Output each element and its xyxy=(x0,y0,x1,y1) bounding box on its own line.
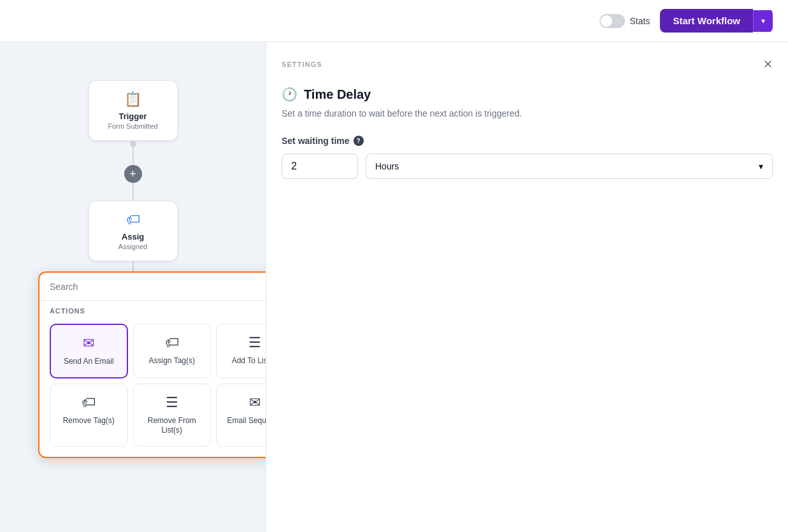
remove-list-label: Remove From List(s) xyxy=(139,416,206,436)
start-workflow-button-group: Start Workflow ▾ xyxy=(660,9,773,32)
add-list-label: Add To List(s) xyxy=(222,356,266,366)
chevron-down-icon: ▾ xyxy=(759,161,763,171)
start-workflow-button[interactable]: Start Workflow xyxy=(660,9,753,32)
connector-line-2 xyxy=(133,183,134,201)
clock-icon: 🕐 xyxy=(282,87,297,102)
waiting-time-label-row: Set waiting time ? xyxy=(282,136,773,146)
trigger-icon: 📋 xyxy=(97,91,169,108)
waiting-number-input[interactable] xyxy=(282,154,358,179)
stats-toggle-group: Stats xyxy=(599,14,650,28)
assign-node[interactable]: 🏷 Assig Assigned xyxy=(89,201,178,261)
trigger-subtitle: Form Submitted xyxy=(97,122,169,130)
action-remove-list[interactable]: ☰ Remove From List(s) xyxy=(133,384,211,447)
waiting-unit-label: Hours xyxy=(375,161,399,171)
settings-description: Set a time duration to wait before the n… xyxy=(282,107,773,120)
settings-panel: SETTINGS ✕ 🕐 Time Delay Set a time durat… xyxy=(266,42,788,532)
actions-section-label: ACTIONS xyxy=(39,301,266,319)
search-input[interactable] xyxy=(50,282,266,292)
actions-popup: 🔍 ACTIONS ✉ Send An Email 🏷 Assign Tag(s… xyxy=(38,271,266,458)
connector-dot-1 xyxy=(130,141,136,147)
trigger-node[interactable]: 📋 Trigger Form Submitted xyxy=(89,80,178,141)
settings-header-label: SETTINGS xyxy=(282,61,322,68)
action-email-sequence[interactable]: ✉ Email Sequence xyxy=(216,384,266,447)
assign-tag-label: Assign Tag(s) xyxy=(139,356,206,366)
trigger-title: Trigger xyxy=(97,111,169,121)
workflow-canvas: 📋 Trigger Form Submitted + 🏷 Assig Assig… xyxy=(0,42,266,532)
help-icon[interactable]: ? xyxy=(354,136,364,146)
add-button-1[interactable]: + xyxy=(124,165,142,183)
send-email-icon: ✉ xyxy=(56,335,122,352)
settings-header: SETTINGS ✕ xyxy=(282,57,773,71)
assign-title: Assig xyxy=(97,232,169,241)
toggle-knob xyxy=(601,15,612,27)
action-assign-tag[interactable]: 🏷 Assign Tag(s) xyxy=(133,324,211,378)
remove-tag-label: Remove Tag(s) xyxy=(55,416,122,426)
action-add-list[interactable]: ☰ Add To List(s) xyxy=(216,324,266,378)
time-delay-title-row: 🕐 Time Delay xyxy=(282,87,773,102)
assign-tag-icon: 🏷 xyxy=(139,334,206,351)
action-send-email[interactable]: ✉ Send An Email xyxy=(50,324,128,378)
time-delay-heading: Time Delay xyxy=(304,87,371,102)
topbar: Stats Start Workflow ▾ xyxy=(0,0,788,42)
stats-toggle-switch[interactable] xyxy=(599,14,625,28)
email-sequence-icon: ✉ xyxy=(222,394,266,411)
stats-label: Stats xyxy=(630,16,650,26)
send-email-label: Send An Email xyxy=(56,357,122,367)
assign-icon: 🏷 xyxy=(97,212,169,228)
add-list-icon: ☰ xyxy=(222,334,266,351)
waiting-inputs: Hours ▾ xyxy=(282,154,773,179)
assign-subtitle: Assigned xyxy=(97,243,169,250)
search-bar: 🔍 xyxy=(39,273,266,301)
waiting-time-label: Set waiting time xyxy=(282,136,350,146)
connector-line-1 xyxy=(133,147,134,165)
start-workflow-chevron[interactable]: ▾ xyxy=(753,10,773,32)
settings-close-button[interactable]: ✕ xyxy=(763,57,773,71)
action-remove-tag[interactable]: 🏷 Remove Tag(s) xyxy=(50,384,128,447)
remove-list-icon: ☰ xyxy=(139,394,206,411)
remove-tag-icon: 🏷 xyxy=(55,394,122,411)
actions-grid: ✉ Send An Email 🏷 Assign Tag(s) ☰ Add To… xyxy=(39,319,266,457)
email-sequence-label: Email Sequence xyxy=(222,416,266,426)
waiting-unit-dropdown[interactable]: Hours ▾ xyxy=(366,154,773,179)
